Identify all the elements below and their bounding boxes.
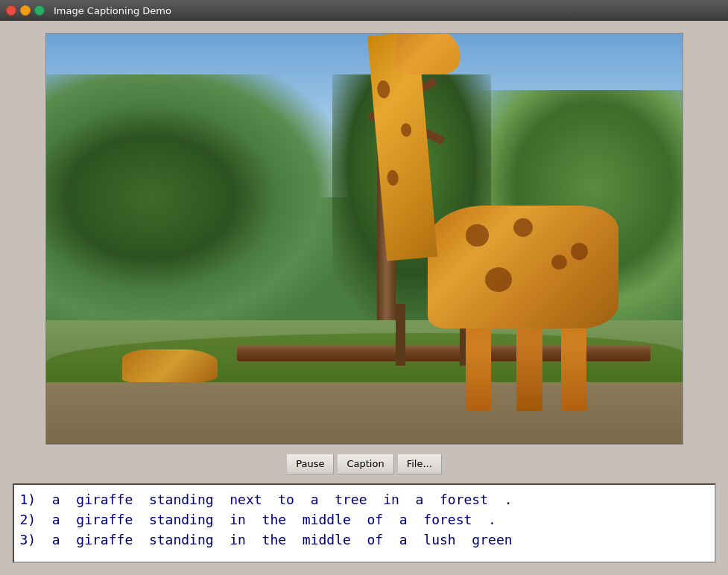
output-line-3: 3) a giraffe standing in the middle of a…: [20, 530, 709, 550]
window-controls: [6, 5, 45, 16]
text-output: 1) a giraffe standing next to a tree in …: [13, 483, 716, 563]
minimize-button[interactable]: [20, 5, 31, 16]
file-button[interactable]: File...: [397, 454, 442, 474]
window-title: Image Captioning Demo: [54, 5, 171, 16]
giraffe-image: [46, 34, 683, 444]
giraffe-torso: [428, 206, 618, 328]
caption-button[interactable]: Caption: [337, 454, 393, 474]
giraffe-small: [122, 349, 218, 382]
main-content: Pause Caption File... 1) a giraffe stand…: [0, 21, 728, 575]
title-bar: Image Captioning Demo: [0, 0, 728, 21]
output-line-2: 2) a giraffe standing in the middle of a…: [20, 509, 709, 530]
maximize-button[interactable]: [34, 5, 45, 16]
close-button[interactable]: [6, 5, 16, 16]
giraffe-head: [396, 33, 459, 74]
image-container: [45, 33, 683, 445]
buttons-row: Pause Caption File...: [286, 454, 442, 474]
output-line-1: 1) a giraffe standing next to a tree in …: [20, 489, 709, 509]
pause-button[interactable]: Pause: [286, 454, 334, 474]
fence-post1: [396, 304, 405, 366]
log: [237, 345, 651, 361]
